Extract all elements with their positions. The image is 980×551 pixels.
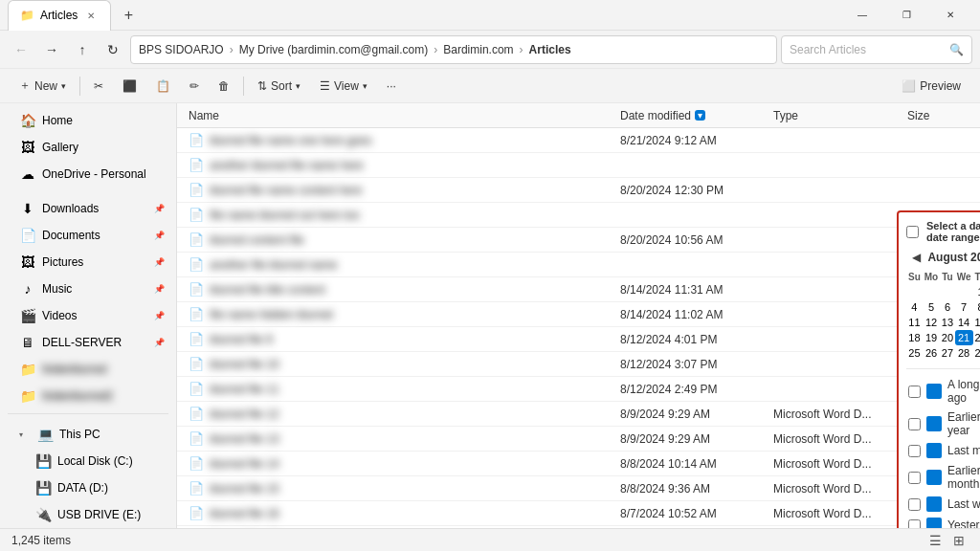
table-row[interactable]: 📄blurred file 15 8/8/2024 9:36 AM Micros… <box>177 476 980 501</box>
new-button[interactable]: ＋ New ▾ <box>11 73 74 99</box>
sidebar-item-blurred1[interactable]: 📁 folderblurred <box>4 356 172 383</box>
calendar-day[interactable]: 1 <box>973 284 980 299</box>
table-row[interactable]: 📄another blurred file name here <box>177 153 980 178</box>
table-row[interactable]: 📄blurred file 10 8/12/2024 3:07 PM <box>177 352 980 377</box>
tab-close-button[interactable]: ✕ <box>83 9 99 23</box>
sidebar-item-thispc[interactable]: ▾ 💻 This PC <box>4 421 172 448</box>
sidebar-item-documents[interactable]: 📄 Documents 📌 <box>4 222 172 249</box>
table-row[interactable]: 📄blurred file name one here goes 8/21/20… <box>177 128 980 153</box>
date-option-checkbox[interactable] <box>908 386 921 398</box>
sidebar-item-localdisk[interactable]: 💾 Local Disk (C:) <box>4 448 172 474</box>
date-option[interactable]: A long time ago <box>906 375 980 408</box>
up-button[interactable]: ↑ <box>69 36 96 63</box>
table-row[interactable]: 📄blurred file 9 8/12/2024 4:01 PM <box>177 327 980 352</box>
maximize-button[interactable]: ❐ <box>884 0 928 31</box>
sidebar-item-usbdrive[interactable]: 🔌 USB DRIVE (E:) <box>4 501 172 528</box>
new-tab-button[interactable]: + <box>115 2 142 29</box>
tab-articles[interactable]: 📁 Articles ✕ <box>8 0 111 31</box>
filter-icon[interactable]: ▾ <box>695 110 705 121</box>
date-option-checkbox[interactable] <box>908 472 921 484</box>
table-row[interactable]: 📄blurred file 16 8/7/2024 10:52 AM Micro… <box>177 501 980 526</box>
col-header-size[interactable]: Size <box>900 109 976 122</box>
table-row[interactable]: 📄blurred file 12 8/9/2024 9:29 AM Micros… <box>177 402 980 427</box>
list-view-button[interactable]: ☰ <box>925 531 946 550</box>
file-name: file name hidden blurred <box>210 308 333 321</box>
forward-button[interactable]: → <box>38 36 65 63</box>
sidebar-item-home[interactable]: 🏠 Home <box>4 107 172 134</box>
date-option[interactable]: Earlier this year <box>906 408 980 440</box>
refresh-button[interactable]: ↻ <box>100 36 126 63</box>
calendar-day[interactable]: 25 <box>906 345 923 361</box>
calendar-day[interactable]: 14 <box>955 315 973 330</box>
delete-button[interactable]: 🗑 <box>211 73 237 99</box>
sidebar-item-datad[interactable]: 💾 DATA (D:) <box>4 474 172 501</box>
search-bar[interactable]: Search Articles 🔍 <box>781 35 972 64</box>
sidebar-item-videos[interactable]: 🎬 Videos 📌 <box>4 302 172 329</box>
calendar-day[interactable]: 29 <box>973 345 980 361</box>
preview-button[interactable]: ⬜ Preview <box>894 73 969 99</box>
back-button[interactable]: ← <box>8 36 34 63</box>
sidebar-item-gallery[interactable]: 🖼 Gallery <box>4 134 172 161</box>
copy-button[interactable]: ⬛ <box>115 73 145 99</box>
sidebar-item-pictures[interactable]: 🖼 Pictures 📌 <box>4 249 172 276</box>
col-header-name[interactable]: Name <box>181 109 612 122</box>
date-option[interactable]: Earlier this month <box>906 461 980 494</box>
calendar-day[interactable]: 28 <box>955 345 973 361</box>
calendar-day[interactable]: 12 <box>923 315 940 330</box>
sidebar-item-downloads[interactable]: ⬇ Downloads 📌 <box>4 195 172 222</box>
date-option-checkbox[interactable] <box>908 519 921 529</box>
calendar-day[interactable]: 20 <box>940 330 954 345</box>
sort-button[interactable]: ⇅ Sort ▾ <box>250 73 308 99</box>
paste-button[interactable]: 📋 <box>148 73 178 99</box>
address-bar[interactable]: BPS SIDOARJO › My Drive (bardimin.com@gm… <box>130 35 777 64</box>
table-row[interactable]: 📄blurred file title content 8/14/2024 11… <box>177 277 980 302</box>
date-option[interactable]: Last month <box>906 440 980 461</box>
date-option[interactable]: Yesterday <box>906 515 980 528</box>
table-row[interactable]: 📄blurred file 13 8/9/2024 9:29 AM Micros… <box>177 427 980 452</box>
col-header-date[interactable]: Date modified ▾ <box>612 109 766 122</box>
view-button[interactable]: ☰ View ▾ <box>312 73 375 99</box>
minimize-button[interactable]: — <box>840 0 884 31</box>
table-row[interactable]: 📄blurred file 17 8/7/2024 10:48 AM Micro… <box>177 526 980 528</box>
date-option-checkbox[interactable] <box>908 498 921 511</box>
file-date: 8/21/2024 9:12 AM <box>612 134 766 147</box>
more-button[interactable]: ··· <box>379 73 404 99</box>
col-header-type[interactable]: Type <box>766 109 900 122</box>
table-row[interactable]: 📄blurred file name content here 8/20/202… <box>177 178 980 203</box>
sidebar-item-dellserver[interactable]: 🖥 DELL-SERVER 📌 <box>4 329 172 356</box>
close-button[interactable]: ✕ <box>928 0 972 31</box>
date-option[interactable]: Last week <box>906 494 980 515</box>
calendar-day[interactable]: 15 <box>973 315 980 330</box>
table-row[interactable]: 📄blurred content file 8/20/2024 10:56 AM <box>177 228 980 253</box>
calendar-day[interactable]: 4 <box>906 299 923 315</box>
calendar-day[interactable]: 13 <box>940 315 954 330</box>
calendar-day[interactable]: 5 <box>923 299 940 315</box>
table-row[interactable]: 📄blurred file 11 8/12/2024 2:49 PM <box>177 377 980 402</box>
sidebar-item-onedrive[interactable]: ☁ OneDrive - Personal <box>4 161 172 187</box>
calendar-day[interactable]: 11 <box>906 315 923 330</box>
table-row[interactable]: 📄file name blurred out here too <box>177 203 980 228</box>
date-filter-checkbox[interactable] <box>906 226 919 238</box>
cut-button[interactable]: ✂ <box>86 73 111 99</box>
calendar-day[interactable]: 26 <box>923 345 940 361</box>
calendar-day[interactable]: 8 <box>973 299 980 315</box>
calendar-day[interactable]: 21 <box>955 330 973 345</box>
rename-button[interactable]: ✏ <box>182 73 207 99</box>
date-option-checkbox[interactable] <box>908 418 921 430</box>
calendar-day[interactable]: 7 <box>955 299 973 315</box>
calendar-day[interactable]: 6 <box>940 299 954 315</box>
calendar-empty <box>940 284 954 299</box>
calendar-day[interactable]: 19 <box>923 330 940 345</box>
sidebar-item-music[interactable]: ♪ Music 📌 <box>4 276 172 302</box>
table-row[interactable]: 📄blurred file 14 8/8/2024 10:14 AM Micro… <box>177 452 980 476</box>
calendar-day[interactable]: 27 <box>940 345 954 361</box>
table-row[interactable]: 📄file name hidden blurred 8/14/2024 11:0… <box>177 302 980 327</box>
grid-view-button[interactable]: ⊞ <box>949 531 969 550</box>
calendar-day[interactable]: 18 <box>906 330 923 345</box>
sidebar-label-thispc: This PC <box>59 428 100 441</box>
calendar-day[interactable]: 22 <box>973 330 980 345</box>
sidebar-item-blurred2[interactable]: 📁 folderblurred2 <box>4 383 172 409</box>
cal-prev-button[interactable]: ◀ <box>906 249 926 266</box>
date-option-checkbox[interactable] <box>908 445 921 457</box>
table-row[interactable]: 📄another file blurred name <box>177 253 980 277</box>
